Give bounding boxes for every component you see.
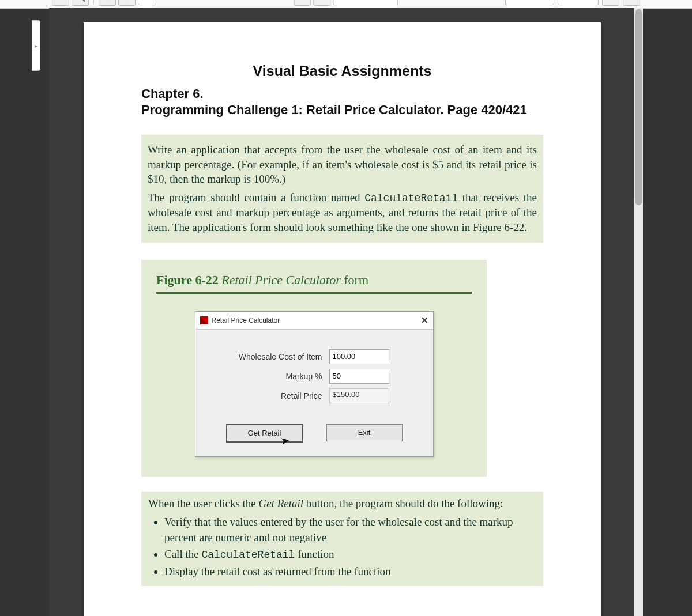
- app-icon: [200, 316, 208, 324]
- page-title: Visual Basic Assignments: [141, 63, 543, 80]
- figure-underline: [156, 292, 472, 294]
- page-number-input[interactable]: [138, 0, 156, 5]
- pdf-toolbar: ☰ 🔍 ↑ ↓ of 2 − + Automatic Zoom ▾ View a…: [0, 0, 692, 9]
- retail-label: Retail Price: [213, 391, 329, 400]
- cursor-icon: ➤: [280, 433, 291, 447]
- chapter-heading: Chapter 6.: [141, 86, 543, 101]
- retail-output: $150.00: [329, 388, 389, 403]
- form-row-retail: Retail Price $150.00: [213, 388, 416, 403]
- form-body: Wholesale Cost of Item Markup % Retail P…: [195, 330, 433, 456]
- scrollbar-track[interactable]: [634, 8, 643, 616]
- separator: [93, 0, 94, 3]
- sample-form-window: Retail Price Calculator ✕ Wholesale Cost…: [195, 311, 434, 457]
- zoom-in-button[interactable]: +: [313, 0, 330, 6]
- button-row: Get Retail ➤ Exit: [213, 424, 416, 443]
- window-titlebar: Retail Price Calculator ✕: [195, 312, 433, 330]
- text: button, the program should do the follow…: [303, 497, 503, 509]
- steps-intro: When the user clicks the Get Retail butt…: [148, 497, 503, 509]
- list-item: Verify that the values entered by the us…: [164, 515, 536, 545]
- wholesale-label: Wholesale Cost of Item: [213, 352, 329, 361]
- text: When the user clicks the: [148, 497, 259, 509]
- figure-title-tail: form: [344, 273, 368, 287]
- more-icon[interactable]: ≫: [623, 0, 640, 6]
- list-item: Display the retail cost as returned from…: [164, 564, 536, 580]
- exit-button[interactable]: Exit: [326, 424, 403, 441]
- steps-box: When the user clicks the Get Retail butt…: [141, 492, 543, 587]
- app-root: ☰ 🔍 ↑ ↓ of 2 − + Automatic Zoom ▾ View a…: [0, 0, 692, 616]
- button-label: Exit: [358, 428, 371, 437]
- markup-input[interactable]: [329, 369, 389, 384]
- wholesale-input[interactable]: [329, 349, 389, 364]
- text: The program should contain a function na…: [148, 191, 364, 203]
- form-row-wholesale: Wholesale Cost of Item: [213, 349, 416, 364]
- code-inline: CalculateRetail: [364, 192, 458, 204]
- document-page: Visual Basic Assignments Chapter 6. Prog…: [84, 22, 601, 616]
- sidebar-toggle-button[interactable]: ☰: [52, 0, 69, 6]
- figure-caption: Figure 6-22 Retail Price Calculator form: [156, 273, 472, 288]
- instructions-para-2: The program should contain a function na…: [148, 190, 537, 235]
- emphasis: Get Retail: [259, 497, 304, 509]
- form-row-markup: Markup %: [213, 369, 416, 384]
- close-icon[interactable]: ✕: [421, 315, 428, 326]
- figure-box: Figure 6-22 Retail Price Calculator form…: [141, 260, 487, 477]
- zoom-label: Automatic Zoom: [337, 0, 387, 1]
- prev-page-button[interactable]: ↑: [99, 0, 116, 6]
- document-viewer: Visual Basic Assignments Chapter 6. Prog…: [49, 8, 643, 616]
- download-button[interactable]: Download: [558, 0, 599, 5]
- chevron-down-icon: ▾: [391, 0, 394, 1]
- get-retail-button[interactable]: Get Retail ➤: [226, 424, 303, 443]
- code-inline: CalculateRetail: [201, 549, 295, 561]
- list-item: Call the CalculateRetail function: [164, 547, 536, 562]
- print-icon[interactable]: 🖶: [602, 0, 619, 6]
- page-count-label: of 2: [159, 0, 175, 1]
- instructions-para-1: Write an application that accepts from t…: [148, 142, 537, 187]
- markup-label: Markup %: [213, 372, 329, 381]
- zoom-select[interactable]: Automatic Zoom ▾: [333, 0, 398, 5]
- next-page-button[interactable]: ↓: [118, 0, 136, 6]
- figure-title-italic: Retail Price Calculator: [221, 273, 344, 287]
- button-label: Get Retail: [248, 429, 281, 437]
- view-as-text-button[interactable]: View as Text: [505, 0, 554, 5]
- text: function: [295, 548, 334, 560]
- scrollbar-thumb[interactable]: [635, 9, 642, 205]
- challenge-heading: Programming Challenge 1: Retail Price Ca…: [141, 103, 543, 118]
- window-title: Retail Price Calculator: [212, 316, 280, 324]
- figure-number: Figure 6-22: [156, 273, 219, 287]
- side-panel-handle[interactable]: ▸: [32, 20, 40, 71]
- steps-list: Verify that the values entered by the us…: [164, 515, 536, 580]
- instructions-box: Write an application that accepts from t…: [141, 135, 543, 243]
- text: Call the: [164, 548, 201, 560]
- zoom-out-button[interactable]: −: [294, 0, 311, 6]
- search-icon[interactable]: 🔍: [72, 0, 89, 6]
